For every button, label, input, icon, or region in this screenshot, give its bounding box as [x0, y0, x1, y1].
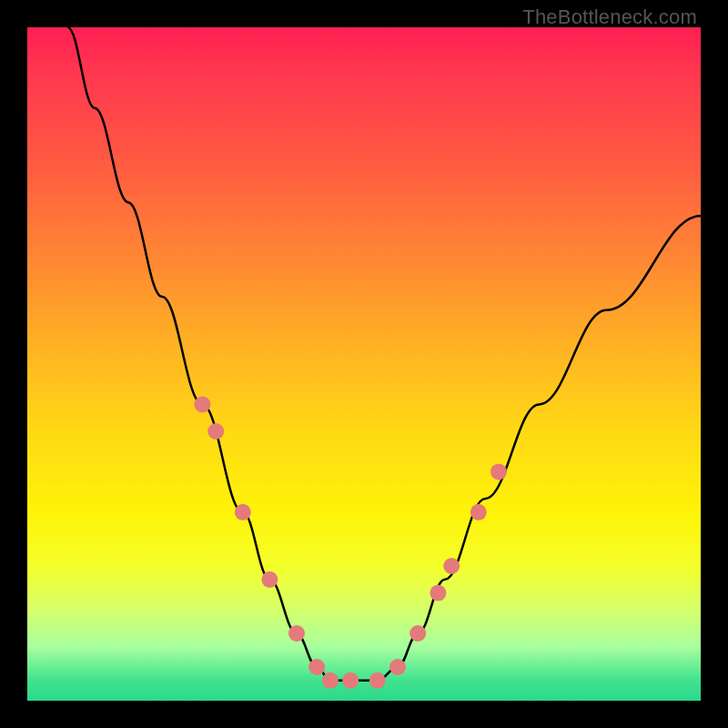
watermark-label: TheBottleneck.com: [522, 5, 697, 29]
highlight-dot: [261, 571, 278, 588]
highlight-dot: [470, 504, 487, 521]
highlight-dot: [194, 396, 210, 412]
highlight-dot: [369, 672, 386, 689]
highlight-dot: [207, 423, 224, 440]
highlight-dot: [430, 585, 446, 602]
highlight-dot: [235, 504, 251, 521]
highlight-dot: [443, 558, 460, 574]
highlight-dot: [288, 625, 305, 642]
highlight-dot: [410, 625, 426, 642]
highlight-dot: [322, 672, 339, 689]
highlight-dot: [308, 659, 325, 675]
chart-svg: [27, 27, 701, 701]
highlight-dot: [490, 463, 507, 480]
highlight-dot: [342, 672, 359, 689]
bottleneck-curve: [67, 27, 701, 681]
highlight-dots-group: [194, 396, 507, 688]
chart-plot-area: [27, 27, 701, 701]
highlight-dot: [389, 659, 406, 675]
